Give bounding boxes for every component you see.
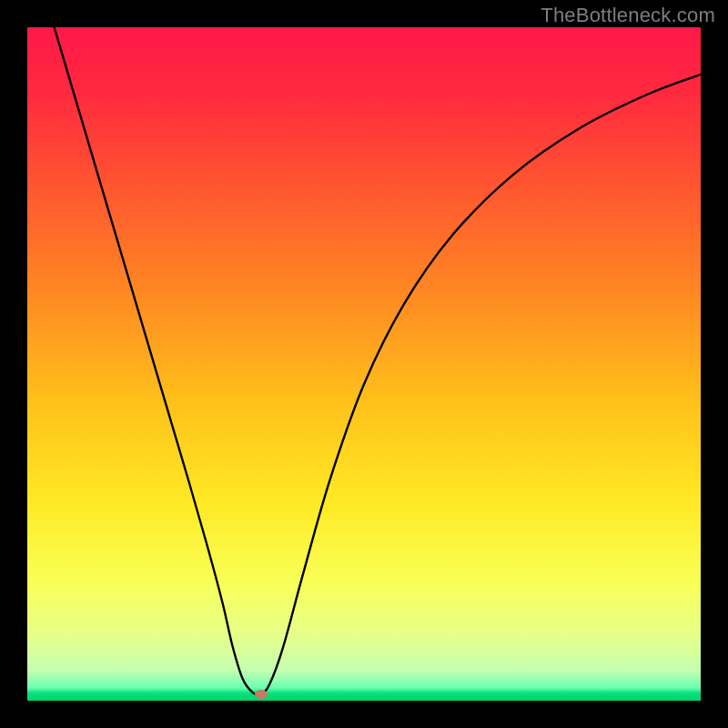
watermark-text: TheBottleneck.com bbox=[541, 4, 715, 27]
plot-area bbox=[27, 27, 701, 701]
minimum-marker bbox=[255, 690, 268, 699]
bottleneck-curve bbox=[27, 27, 701, 701]
chart-frame: TheBottleneck.com bbox=[0, 0, 728, 728]
